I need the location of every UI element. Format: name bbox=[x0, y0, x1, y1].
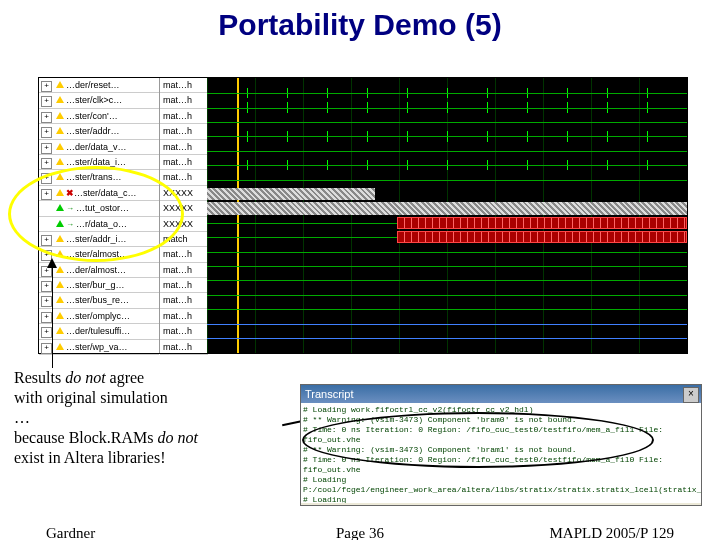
waveform-panel bbox=[207, 78, 687, 353]
signal-value: XXXXX bbox=[160, 201, 208, 216]
waveform-row bbox=[207, 86, 687, 100]
annotation-arrow-shaft bbox=[52, 262, 53, 368]
transcript-title-text: Transcript bbox=[305, 388, 354, 400]
waveform-viewer: +…der/reset…+…ster/clk>c…+…ster/con'…+…s… bbox=[38, 77, 688, 354]
signal-row[interactable]: +…ster/bus_re… bbox=[39, 293, 159, 308]
signal-row[interactable]: +…ster/addr… bbox=[39, 124, 159, 139]
waveform-row bbox=[207, 230, 687, 244]
signal-value-panel: mat…hmat…hmat…hmat…hmat…hmat…hmat…hXXXXX… bbox=[159, 78, 208, 353]
waveform-row bbox=[207, 288, 687, 302]
signal-value: mat…h bbox=[160, 170, 208, 185]
transcript-body: # Loading work.fifoctrl_cc_v2(fifoctr_cc… bbox=[301, 403, 701, 503]
signal-value: XXXXX bbox=[160, 217, 208, 232]
signal-row[interactable]: +…ster/clk>c… bbox=[39, 93, 159, 108]
signal-value: mat…h bbox=[160, 247, 208, 262]
signal-row[interactable]: +…ster/trans… bbox=[39, 170, 159, 185]
signal-row[interactable]: +…ster/data_i… bbox=[39, 155, 159, 170]
results-text-block: Results do not agree with original simul… bbox=[14, 368, 294, 468]
transcript-titlebar[interactable]: Transcript × bbox=[301, 385, 701, 403]
signal-value: mat…h bbox=[160, 278, 208, 293]
waveform-row bbox=[207, 201, 687, 215]
waveform-row bbox=[207, 187, 687, 201]
signal-value: mat…h bbox=[160, 324, 208, 339]
results-line4-em: do not bbox=[158, 429, 198, 446]
signal-row[interactable]: +…ster/wp_va… bbox=[39, 340, 159, 355]
signal-value: mat…h bbox=[160, 140, 208, 155]
signal-row[interactable]: +✖…ster/data_c… bbox=[39, 186, 159, 201]
signal-value: mat…h bbox=[160, 109, 208, 124]
waveform-row bbox=[207, 129, 687, 143]
signal-value: mat…h bbox=[160, 93, 208, 108]
close-icon[interactable]: × bbox=[683, 387, 699, 403]
transcript-line: # Loading P:/cool/fcge1/engineer_work_ar… bbox=[303, 495, 699, 503]
results-line4a: because Block.RAMs bbox=[14, 429, 158, 446]
waveform-row bbox=[207, 216, 687, 230]
results-line5: exist in Altera libraries! bbox=[14, 449, 166, 466]
transcript-line: # ** Warning: (vsim-3473) Component 'bra… bbox=[303, 415, 699, 425]
waveform-row bbox=[207, 100, 687, 114]
results-line1-em: do not bbox=[65, 369, 105, 386]
transcript-line: # Time: 0 ns Iteration: 0 Region: /fifo_… bbox=[303, 425, 699, 445]
signal-row[interactable]: +…der/reset… bbox=[39, 78, 159, 93]
waveform-row bbox=[207, 115, 687, 129]
signal-row[interactable]: +…ster/almost… bbox=[39, 247, 159, 262]
transcript-line: # ** Warning: (vsim-3473) Component 'bra… bbox=[303, 445, 699, 455]
footer-conference: MAPLD 2005/P 129 bbox=[550, 525, 674, 540]
waveform-row bbox=[207, 144, 687, 158]
waveform-row bbox=[207, 302, 687, 316]
signal-value: XXXXX bbox=[160, 186, 208, 201]
signal-row[interactable]: +…ster/con'… bbox=[39, 109, 159, 124]
results-line1a: Results bbox=[14, 369, 65, 386]
results-line1b: agree bbox=[106, 369, 145, 386]
signal-value: mat…h bbox=[160, 263, 208, 278]
signal-value: match bbox=[160, 232, 208, 247]
signal-value: mat…h bbox=[160, 124, 208, 139]
signal-row[interactable]: +…der/tulesuffi… bbox=[39, 324, 159, 339]
results-line2: with original simulation bbox=[14, 389, 168, 406]
signal-row[interactable]: +…der/almost… bbox=[39, 263, 159, 278]
slide-title: Portability Demo (5) bbox=[0, 8, 720, 42]
waveform-row bbox=[207, 331, 687, 345]
signal-row[interactable]: +→…r/data_o… bbox=[39, 217, 159, 232]
annotation-arrow-head bbox=[47, 258, 57, 268]
signal-name-panel: +…der/reset…+…ster/clk>c…+…ster/con'…+…s… bbox=[39, 78, 159, 353]
transcript-line: # Loading work.fifoctrl_cc_v2(fifoctr_cc… bbox=[303, 405, 699, 415]
slide-footer: Gardner Page 36 MAPLD 2005/P 129 bbox=[0, 525, 720, 540]
transcript-window: Transcript × # Loading work.fifoctrl_cc_… bbox=[300, 384, 702, 506]
signal-value: mat…h bbox=[160, 340, 208, 355]
waveform-row bbox=[207, 244, 687, 258]
waveform-row bbox=[207, 316, 687, 330]
signal-row[interactable]: +…ster/bur_g… bbox=[39, 278, 159, 293]
transcript-line: # Loading P:/cool/fcge1/engineer_work_ar… bbox=[303, 475, 699, 495]
waveform-row bbox=[207, 259, 687, 273]
transcript-line: # Time: 0 ns Iteration: 0 Region: /fifo_… bbox=[303, 455, 699, 475]
signal-row[interactable]: +…ster/omplyc… bbox=[39, 309, 159, 324]
signal-value: mat…h bbox=[160, 155, 208, 170]
results-line3: … bbox=[14, 409, 30, 426]
signal-row[interactable]: +→…tut_ostor… bbox=[39, 201, 159, 216]
signal-value: mat…h bbox=[160, 293, 208, 308]
waveform-row bbox=[207, 158, 687, 172]
signal-value: mat…h bbox=[160, 309, 208, 324]
waveform-row bbox=[207, 273, 687, 287]
signal-row[interactable]: +…der/data_v… bbox=[39, 140, 159, 155]
signal-row[interactable]: +…ster/addr_i… bbox=[39, 232, 159, 247]
waveform-row bbox=[207, 172, 687, 186]
signal-value: mat…h bbox=[160, 78, 208, 93]
footer-author: Gardner bbox=[46, 525, 95, 540]
